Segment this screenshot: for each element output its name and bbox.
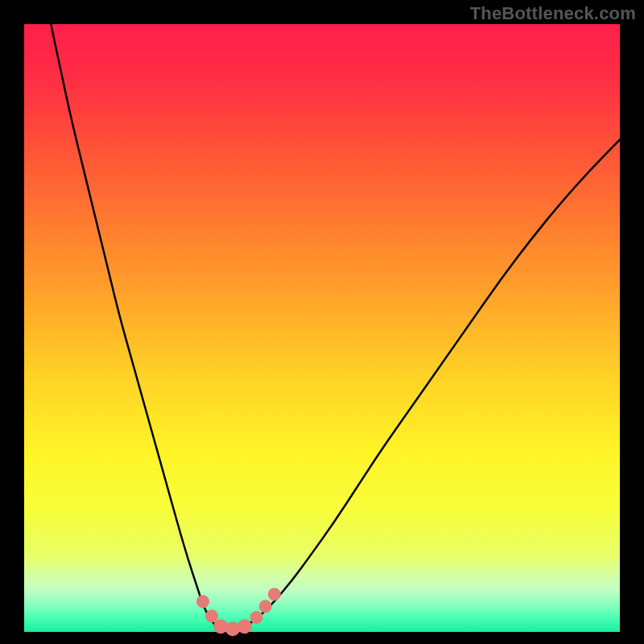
data-marker	[205, 609, 218, 622]
data-marker	[196, 595, 209, 608]
watermark-text: TheBottleneck.com	[470, 3, 636, 24]
data-marker	[225, 621, 240, 636]
data-marker	[213, 619, 228, 634]
data-marker	[268, 588, 281, 601]
data-marker	[237, 619, 252, 634]
data-marker	[259, 600, 272, 613]
data-marker	[250, 611, 263, 624]
chart-frame: { "watermark": "TheBottleneck.com", "col…	[0, 0, 644, 644]
bottleneck-chart	[0, 0, 644, 644]
